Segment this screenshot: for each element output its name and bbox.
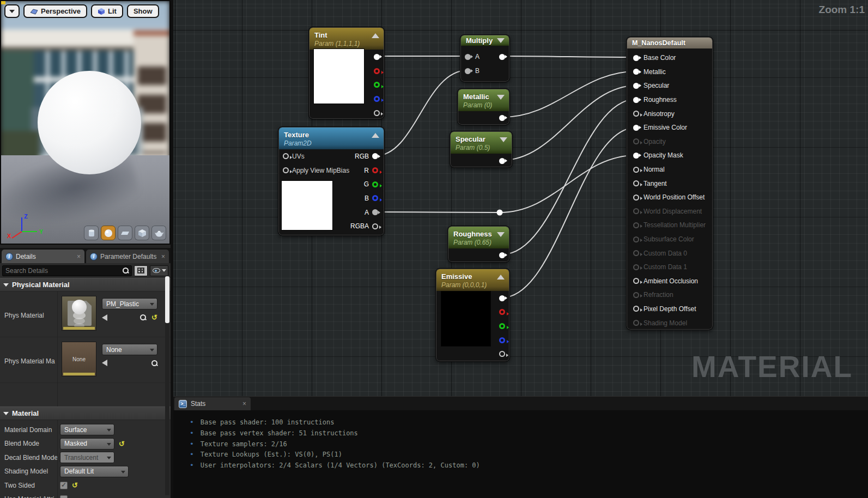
material-input-pin[interactable]	[633, 180, 639, 186]
node-metallic[interactable]: Metallic Param (0)	[458, 89, 509, 125]
tab-parameter-defaults[interactable]: i Parameter Defaults	[86, 250, 169, 263]
output-pin[interactable]	[499, 252, 505, 258]
sphere-shape-button[interactable]	[101, 226, 116, 240]
viewport-options-button[interactable]	[4, 4, 20, 18]
material-input-pin[interactable]	[633, 97, 639, 103]
input-pin[interactable]	[465, 68, 471, 74]
use-selected-icon[interactable]	[102, 314, 107, 321]
collapse-icon[interactable]	[500, 137, 507, 142]
phys-material-dropdown[interactable]: PM_Plastic	[102, 298, 157, 309]
output-pin[interactable]	[374, 54, 380, 60]
output-pin[interactable]	[374, 96, 380, 102]
material-input-pin[interactable]	[633, 306, 639, 312]
collapse-icon[interactable]	[497, 275, 505, 280]
use-material-attributes-checkbox[interactable]	[60, 495, 68, 498]
collapse-icon[interactable]	[497, 95, 505, 100]
section-material[interactable]: Material	[0, 406, 171, 420]
material-input-pin[interactable]	[633, 83, 639, 89]
phys-material-mask-dropdown[interactable]: None	[102, 344, 157, 355]
input-pin[interactable]	[465, 54, 471, 60]
material-input-pin[interactable]	[633, 264, 639, 270]
search-input[interactable]: Search Details	[2, 265, 132, 276]
output-pin[interactable]	[372, 223, 378, 229]
phys-material-mask-thumbnail[interactable]: None	[62, 342, 96, 376]
cylinder-shape-button[interactable]	[84, 226, 99, 240]
browse-icon[interactable]	[140, 314, 146, 320]
two-sided-checkbox[interactable]	[60, 482, 68, 489]
material-input-pin[interactable]	[633, 320, 639, 326]
scrollbar-thumb[interactable]	[165, 276, 169, 323]
collapse-icon[interactable]	[372, 133, 379, 138]
output-pin[interactable]	[372, 153, 378, 159]
output-pin[interactable]	[374, 110, 380, 116]
wire[interactable]	[502, 99, 636, 254]
material-input-pin[interactable]	[633, 222, 639, 228]
lit-button[interactable]: Lit	[91, 4, 123, 18]
input-pin[interactable]	[283, 153, 289, 159]
reset-icon[interactable]	[151, 314, 157, 321]
browse-icon[interactable]	[151, 360, 157, 366]
wire[interactable]	[375, 212, 500, 212]
output-pin[interactable]	[499, 295, 505, 301]
cube-shape-button[interactable]	[135, 226, 149, 240]
blend-mode-dropdown[interactable]: Masked	[60, 438, 114, 450]
output-pin[interactable]	[499, 323, 505, 329]
show-button[interactable]: Show	[127, 4, 159, 18]
output-pin[interactable]	[499, 337, 505, 343]
output-pin[interactable]	[372, 195, 378, 201]
tab-details[interactable]: i Details	[2, 250, 84, 263]
node-emissive[interactable]: Emissive Param (0,0,0,1)	[436, 269, 509, 361]
output-pin[interactable]	[499, 309, 505, 315]
material-input-pin[interactable]	[633, 167, 639, 173]
perspective-button[interactable]: Perspective	[23, 4, 87, 18]
collapse-icon[interactable]	[372, 33, 379, 38]
node-material-result[interactable]: M_NanosDefault Base Color Metallic Specu…	[627, 37, 713, 330]
section-physical-material[interactable]: Physical Material	[0, 278, 171, 291]
tab-stats[interactable]: Stats	[174, 397, 251, 410]
output-pin[interactable]	[372, 181, 378, 187]
material-input-pin[interactable]	[633, 55, 639, 61]
material-input-pin[interactable]	[633, 292, 639, 298]
material-input-pin[interactable]	[633, 111, 639, 117]
material-input-pin[interactable]	[633, 195, 639, 201]
output-pin[interactable]	[372, 167, 378, 173]
node-specular[interactable]: Specular Param (0.5)	[450, 131, 512, 167]
material-input-pin[interactable]	[633, 250, 639, 256]
wire[interactable]	[502, 56, 636, 57]
material-domain-dropdown[interactable]: Surface	[60, 424, 114, 435]
input-pin[interactable]	[283, 167, 289, 173]
material-input-pin[interactable]	[633, 278, 639, 284]
plane-shape-button[interactable]	[118, 226, 132, 240]
reset-icon[interactable]	[119, 440, 125, 447]
node-graph-canvas[interactable]: Zoom 1:1 MATERIAL Tint	[173, 0, 868, 396]
node-texture[interactable]: Texture Param2D UVs RGB Apply View MipBi…	[278, 127, 384, 235]
node-tint[interactable]: Tint Param (1,1,1,1)	[309, 27, 384, 119]
material-input-pin[interactable]	[633, 153, 639, 159]
wire[interactable]	[500, 155, 636, 212]
preview-viewport[interactable]: Perspective Lit Show Z Y X	[0, 0, 171, 245]
node-multiply[interactable]: Multiply A B	[460, 35, 509, 82]
material-input-pin[interactable]	[633, 69, 639, 75]
shading-model-dropdown[interactable]: Default Lit	[60, 466, 129, 477]
material-input-pin[interactable]	[633, 236, 639, 242]
close-icon[interactable]	[242, 400, 246, 407]
node-roughness[interactable]: Roughness Param (0.65)	[448, 226, 509, 262]
reset-icon[interactable]	[72, 482, 78, 489]
wire[interactable]	[502, 127, 636, 297]
view-options-button[interactable]	[150, 265, 168, 276]
reroute-node[interactable]	[497, 210, 503, 216]
teapot-shape-button[interactable]	[151, 226, 166, 240]
phys-material-thumbnail[interactable]	[62, 296, 96, 331]
output-pin[interactable]	[374, 68, 380, 74]
collapse-icon[interactable]	[497, 38, 505, 43]
grid-view-button[interactable]	[134, 265, 148, 276]
wire[interactable]	[502, 86, 636, 160]
collapse-icon[interactable]	[497, 232, 505, 237]
wire[interactable]	[502, 71, 636, 117]
material-input-pin[interactable]	[633, 138, 639, 144]
output-pin[interactable]	[374, 82, 380, 88]
output-pin[interactable]	[499, 115, 505, 121]
use-selected-icon[interactable]	[102, 360, 107, 366]
close-icon[interactable]	[77, 253, 81, 260]
output-pin[interactable]	[499, 158, 505, 164]
